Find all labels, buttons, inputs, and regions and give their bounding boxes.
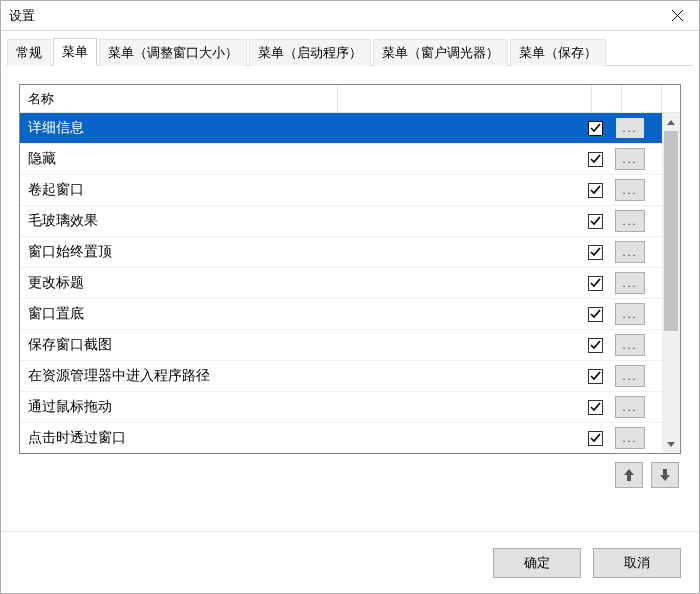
table-row[interactable]: 保存窗口截图...: [20, 330, 662, 361]
table-row[interactable]: 更改标题...: [20, 268, 662, 299]
check-icon: [590, 278, 601, 289]
row-name: 隐藏: [20, 150, 580, 168]
row-enabled-checkbox[interactable]: [588, 400, 603, 415]
row-details-button[interactable]: ...: [615, 272, 645, 294]
row-details-button[interactable]: ...: [615, 117, 645, 139]
row-action-cell: ...: [610, 334, 650, 356]
move-down-button[interactable]: [651, 462, 679, 488]
row-details-button[interactable]: ...: [615, 210, 645, 232]
check-icon: [590, 216, 601, 227]
table-row[interactable]: 隐藏...: [20, 144, 662, 175]
column-header-enabled[interactable]: [592, 85, 622, 112]
table-body: 详细信息...隐藏...卷起窗口...毛玻璃效果...窗口始终置顶...更改标题…: [20, 113, 680, 453]
tab-label: 菜单（窗户调光器）: [382, 45, 499, 60]
row-details-button[interactable]: ...: [615, 148, 645, 170]
column-header-action[interactable]: [622, 85, 662, 112]
check-icon: [590, 402, 601, 413]
tab-2[interactable]: 菜单（调整窗口大小）: [99, 39, 247, 66]
row-enabled-cell: [580, 183, 610, 198]
table-row[interactable]: 通过鼠标拖动...: [20, 392, 662, 423]
titlebar: 设置: [1, 1, 699, 31]
table-row[interactable]: 点击时透过窗口...: [20, 423, 662, 453]
row-action-cell: ...: [610, 272, 650, 294]
row-action-cell: ...: [610, 365, 650, 387]
row-enabled-cell: [580, 214, 610, 229]
row-action-cell: ...: [610, 427, 650, 449]
row-name: 在资源管理器中进入程序路径: [20, 367, 580, 385]
row-action-cell: ...: [610, 117, 650, 139]
row-enabled-checkbox[interactable]: [588, 245, 603, 260]
row-enabled-checkbox[interactable]: [588, 121, 603, 136]
row-enabled-cell: [580, 307, 610, 322]
move-up-button[interactable]: [615, 462, 643, 488]
table-row[interactable]: 详细信息...: [20, 113, 662, 144]
close-icon: [672, 10, 683, 21]
table-row[interactable]: 窗口置底...: [20, 299, 662, 330]
row-enabled-checkbox[interactable]: [588, 152, 603, 167]
row-enabled-checkbox[interactable]: [588, 307, 603, 322]
table-row[interactable]: 窗口始终置顶...: [20, 237, 662, 268]
tab-label: 菜单: [62, 44, 88, 59]
tab-1[interactable]: 菜单: [53, 38, 97, 66]
check-icon: [590, 433, 601, 444]
tab-0[interactable]: 常规: [7, 39, 51, 66]
row-enabled-cell: [580, 245, 610, 260]
chevron-down-icon: [667, 442, 675, 447]
row-action-cell: ...: [610, 148, 650, 170]
row-enabled-checkbox[interactable]: [588, 183, 603, 198]
arrow-down-icon: [660, 469, 670, 481]
row-action-cell: ...: [610, 303, 650, 325]
tab-label: 菜单（保存）: [519, 45, 597, 60]
column-header-spacer: [338, 85, 592, 112]
tab-5[interactable]: 菜单（保存）: [510, 39, 606, 66]
row-enabled-cell: [580, 431, 610, 446]
row-details-button[interactable]: ...: [615, 396, 645, 418]
row-details-button[interactable]: ...: [615, 365, 645, 387]
row-enabled-cell: [580, 152, 610, 167]
ok-button[interactable]: 确定: [493, 548, 581, 578]
check-icon: [590, 340, 601, 351]
row-action-cell: ...: [610, 396, 650, 418]
row-action-cell: ...: [610, 179, 650, 201]
scroll-down-button[interactable]: [662, 435, 680, 453]
column-header-name[interactable]: 名称: [20, 85, 338, 112]
row-enabled-checkbox[interactable]: [588, 431, 603, 446]
row-enabled-checkbox[interactable]: [588, 369, 603, 384]
tab-3[interactable]: 菜单（启动程序）: [249, 39, 371, 66]
table-row[interactable]: 毛玻璃效果...: [20, 206, 662, 237]
row-name: 窗口置底: [20, 305, 580, 323]
dialog-footer: 确定 取消: [1, 531, 699, 593]
cancel-button[interactable]: 取消: [593, 548, 681, 578]
row-enabled-cell: [580, 338, 610, 353]
row-enabled-cell: [580, 400, 610, 415]
row-details-button[interactable]: ...: [615, 427, 645, 449]
settings-window: 设置 常规菜单菜单（调整窗口大小）菜单（启动程序）菜单（窗户调光器）菜单（保存）…: [0, 0, 700, 594]
row-enabled-checkbox[interactable]: [588, 276, 603, 291]
row-details-button[interactable]: ...: [615, 241, 645, 263]
tab-4[interactable]: 菜单（窗户调光器）: [373, 39, 508, 66]
check-icon: [590, 154, 601, 165]
table-row[interactable]: 在资源管理器中进入程序路径...: [20, 361, 662, 392]
table-row[interactable]: 卷起窗口...: [20, 175, 662, 206]
scroll-up-button[interactable]: [662, 113, 680, 131]
arrow-up-icon: [624, 469, 634, 481]
row-details-button[interactable]: ...: [615, 334, 645, 356]
row-details-button[interactable]: ...: [615, 303, 645, 325]
row-name: 详细信息: [20, 119, 580, 137]
row-name: 通过鼠标拖动: [20, 398, 580, 416]
window-title: 设置: [9, 7, 655, 25]
menu-items-table: 名称 详细信息...隐藏...卷起窗口...毛玻璃效果...窗口始终置顶...更…: [19, 84, 681, 454]
close-button[interactable]: [655, 1, 699, 31]
row-action-cell: ...: [610, 210, 650, 232]
tab-label: 菜单（启动程序）: [258, 45, 362, 60]
row-details-button[interactable]: ...: [615, 179, 645, 201]
row-enabled-checkbox[interactable]: [588, 338, 603, 353]
row-name: 毛玻璃效果: [20, 212, 580, 230]
row-enabled-checkbox[interactable]: [588, 214, 603, 229]
row-name: 窗口始终置顶: [20, 243, 580, 261]
vertical-scrollbar[interactable]: [662, 113, 680, 453]
check-icon: [590, 185, 601, 196]
scrollbar-thumb[interactable]: [664, 131, 678, 331]
row-name: 保存窗口截图: [20, 336, 580, 354]
table-header: 名称: [20, 85, 680, 113]
